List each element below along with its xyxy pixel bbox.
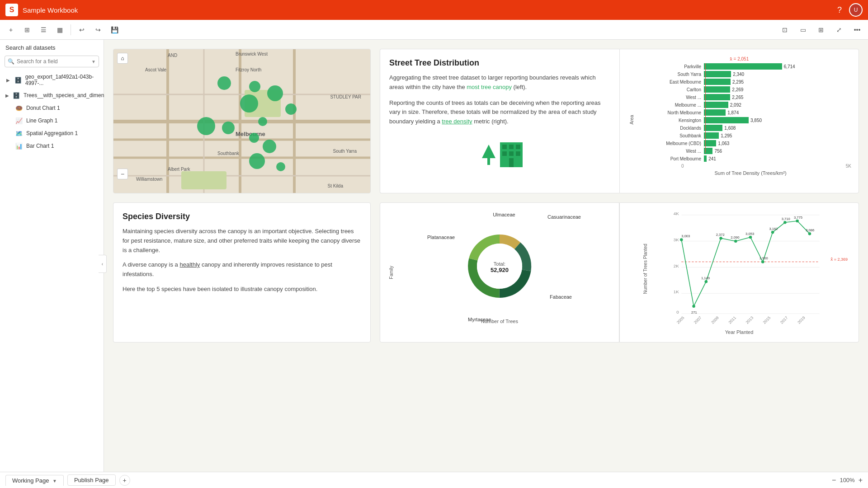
map-zoom-out-button[interactable]: − (117, 169, 128, 179)
map-background[interactable]: AND Ascot Vale Fitzroy North STUDLEY PAR… (113, 49, 370, 193)
bar-fill-1 (704, 71, 731, 77)
bar-track-5: 2,092 (704, 102, 851, 108)
bar-label-11: West ... (650, 149, 704, 154)
map-cluster-9 (263, 140, 276, 153)
zoom-out-button[interactable]: − (832, 476, 836, 484)
bar-value-12: 241 (708, 156, 716, 161)
bar-track-8: 1,608 (704, 125, 851, 131)
donut-svg-container: Ulmaceae Casuarinaceae Fabaceae Myrtacea… (454, 221, 545, 313)
bar-fill-6 (704, 109, 726, 116)
redo-button[interactable]: ↪ (91, 23, 105, 37)
bar-value-8: 1,608 (724, 126, 736, 131)
layout-button[interactable]: ▦ (52, 23, 67, 37)
svg-text:2011: 2011 (727, 315, 737, 325)
map-roads-svg (113, 49, 370, 193)
svg-text:3,053: 3,053 (745, 232, 754, 236)
tree-illustration-svg (473, 136, 527, 172)
map-cluster-1 (217, 76, 231, 90)
map-cluster-5 (285, 103, 297, 115)
redo-icon: ↪ (95, 26, 101, 33)
bar-fill-11 (704, 148, 712, 154)
bar-chart-row: South Yarra 2,340 (650, 71, 851, 77)
sidebar-item-geo_export[interactable]: ▶ 🗄️ geo_export_1af492a1-043b-4997-... (0, 71, 104, 89)
line-chart-container: Number of Trees Planted x̄ = 2,369 4K 3K… (627, 210, 851, 328)
bar-label-12: Port Melbourne (650, 156, 704, 161)
bar-track-0: 6,714 (704, 63, 851, 70)
bar-value-5: 2,092 (730, 103, 741, 108)
svg-text:3,086: 3,086 (806, 228, 814, 232)
data-button[interactable]: ⊞ (20, 23, 34, 37)
map-cluster-12 (197, 117, 215, 135)
undo-button[interactable]: ↩ (75, 23, 89, 37)
sidebar-expand-spatial_aggregation_1[interactable] (5, 130, 12, 136)
sidebar-expand-line_graph_1[interactable] (5, 117, 12, 124)
sidebar-icon-bar_chart_1: 📊 (15, 142, 23, 150)
map-cluster-3 (240, 94, 258, 113)
donut-total-value: 52,920 (491, 267, 509, 273)
bar-fill-4 (704, 94, 730, 100)
data-icon: ⊞ (24, 26, 30, 33)
bar-value-6: 1,874 (727, 110, 739, 115)
sidebar-item-bar_chart_1[interactable]: 📊 Bar Chart 1 (0, 140, 104, 152)
donut-label-ulmaceae: Ulmaceae (493, 212, 515, 217)
bar-label-9: Southbank (650, 133, 704, 138)
bar-chart-row: Port Melbourne 241 (650, 155, 851, 162)
publish-page-button[interactable]: Publish Page (67, 474, 116, 486)
svg-text:2005: 2005 (676, 315, 685, 325)
sidebar-collapse-button[interactable]: ‹ (99, 255, 107, 273)
sidebar-expand-bar_chart_1[interactable] (5, 143, 12, 149)
map-home-button[interactable]: ⌂ (117, 53, 128, 64)
canvas: AND Ascot Vale Fitzroy North STUDLEY PAR… (104, 40, 868, 352)
working-page-tab[interactable]: Working Page ▼ (5, 475, 64, 486)
search-input[interactable] (5, 56, 99, 67)
fit-button[interactable]: ⊡ (778, 23, 792, 37)
sidebar-item-donut_chart_1[interactable]: 🍩 Donut Chart 1 (0, 102, 104, 114)
grid-toggle-button[interactable]: ⊞ (814, 23, 828, 37)
street-tree-text-card: Street Tree Distribution Aggregating the… (380, 49, 619, 193)
bar-value-4: 2,265 (732, 95, 743, 100)
save-icon: 💾 (111, 26, 118, 33)
search-dropdown-icon[interactable]: ▼ (91, 59, 96, 64)
app-logo: S (5, 4, 18, 16)
sidebar-expand-geo_export[interactable]: ▶ (5, 77, 11, 83)
bar-chart-row: East Melbourne 2,295 (650, 79, 851, 85)
working-page-dropdown-icon[interactable]: ▼ (52, 479, 57, 483)
device-button[interactable]: ▭ (796, 23, 810, 37)
more-options-button[interactable]: ••• (850, 23, 864, 37)
zoom-in-button[interactable]: + (859, 476, 863, 484)
bar-fill-9 (704, 132, 719, 139)
svg-rect-13 (487, 158, 490, 165)
map-cluster-7 (222, 122, 235, 134)
sidebar-expand-trees[interactable]: ▶ (5, 92, 9, 99)
sidebar-item-line_graph_1[interactable]: 📈 Line Graph 1 (0, 114, 104, 127)
species-para1: Maintaining species diversity across the… (123, 227, 361, 255)
table-button[interactable]: ☰ (36, 23, 51, 37)
species-para2: A diverse canopy is a healthly canopy an… (123, 260, 361, 279)
species-para3: Here the top 5 species have been isolate… (123, 285, 361, 294)
avatar[interactable]: U (849, 3, 863, 17)
species-diversity-card: Species Diversity Maintaining species di… (113, 202, 371, 343)
sidebar-label-donut_chart_1: Donut Chart 1 (26, 105, 60, 111)
undo-icon: ↩ (79, 26, 85, 33)
help-icon[interactable]: ? (837, 5, 842, 15)
svg-text:3K: 3K (674, 237, 679, 242)
svg-text:2007: 2007 (693, 315, 703, 325)
sidebar-expand-donut_chart_1[interactable] (5, 105, 12, 111)
bar-chart-y-axis-label: Area (629, 115, 634, 124)
zoom-level-label: 100% (840, 477, 854, 483)
svg-text:271: 271 (691, 310, 697, 314)
save-button[interactable]: 💾 (107, 23, 122, 37)
street-tree-para2: Reporting the counts of trees as totals … (389, 99, 610, 127)
donut-label-casuarinaceae: Casuarinaceae (547, 214, 581, 220)
bar-chart-row: Kensington 3,850 (650, 117, 851, 123)
fullscreen-button[interactable]: ⤢ (832, 23, 846, 37)
topbar-right: ? U (837, 3, 863, 17)
new-button[interactable]: + (4, 23, 18, 37)
sidebar-item-trees[interactable]: ▶ 🗄️ Trees__with_species_and_dimensi... (0, 89, 104, 102)
sidebar-item-spatial_aggregation_1[interactable]: 🗺️ Spatial Aggregation 1 (0, 127, 104, 140)
bar-chart-row: Parkville 6,714 (650, 63, 851, 70)
svg-text:2017: 2017 (779, 315, 789, 325)
bar-fill-2 (704, 79, 731, 85)
donut-family-axis-label: Family (389, 266, 394, 279)
add-page-button[interactable]: + (119, 475, 130, 486)
